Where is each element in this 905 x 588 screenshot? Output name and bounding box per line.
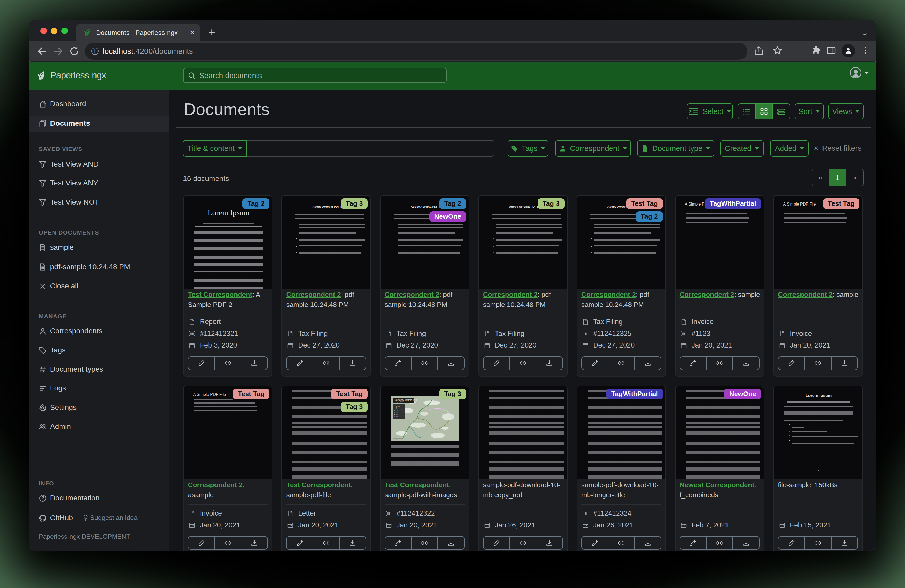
svg-text:Day 5: Day 5	[396, 415, 400, 417]
svg-text:for days in BWCA: for days in BWCA	[394, 401, 404, 403]
svg-text:Google Earth: Google Earth	[393, 437, 403, 440]
svg-text:Day 2: Day 2	[396, 410, 400, 411]
svg-text:Day 1: Day 1	[396, 408, 400, 410]
svg-text:Day 4: Day 4	[396, 414, 400, 415]
svg-text:Legend: Legend	[394, 406, 400, 407]
svg-text:Day 3: Day 3	[396, 412, 400, 413]
